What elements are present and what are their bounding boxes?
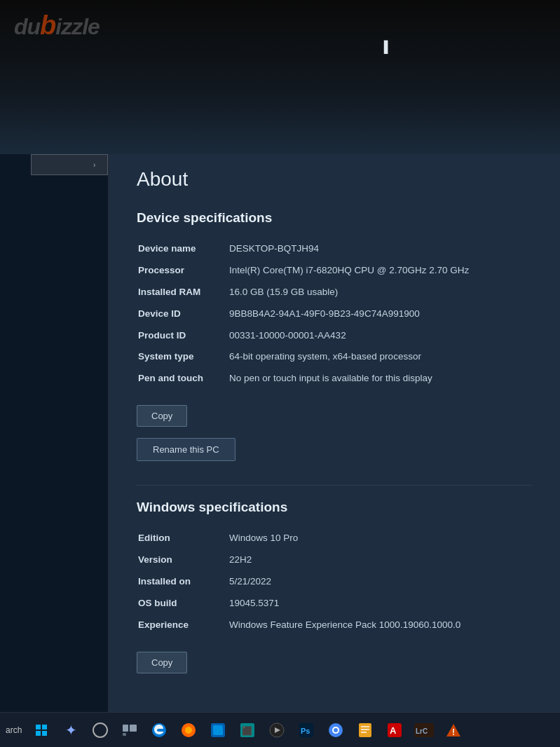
svg-point-16 [334, 728, 338, 732]
windows-copy-button[interactable]: Copy [137, 652, 187, 673]
windows-specs-table: Edition Windows 10 Pro Version 22H2 Inst… [137, 528, 532, 636]
sidebar: › [0, 154, 109, 712]
windows-specs-title: Windows specifications [137, 500, 532, 515]
device-specs-table: Device name DESKTOP-BQTJH94 Processor In… [137, 238, 532, 390]
svg-text:!: ! [452, 727, 455, 737]
spec-value: 64-bit operating system, x64-based proce… [228, 346, 532, 368]
main-content-area: About Device specifications Device name … [109, 154, 560, 712]
svg-rect-0 [123, 725, 128, 732]
watermark-text: dubizzle [14, 14, 100, 39]
windows-spec-row: Experience Windows Feature Experience Pa… [137, 615, 532, 636]
ps-svg: Ps [299, 722, 314, 738]
sidebar-search-input[interactable] [36, 160, 92, 170]
page-title: About [137, 168, 532, 191]
taskbar-blue2-icon[interactable] [205, 718, 231, 743]
svg-rect-19 [361, 729, 369, 730]
spec-value: 5/21/2022 [228, 571, 532, 593]
taskbar-start-button[interactable] [29, 718, 54, 743]
device-copy-button[interactable]: Copy [137, 405, 187, 427]
spec-label: Device ID [137, 303, 228, 325]
spec-value: 19045.5371 [228, 593, 532, 615]
top-bezel: dubizzle [0, 0, 560, 154]
taskview-svg [123, 725, 137, 736]
device-spec-row: Installed RAM 16.0 GB (15.9 GB usable) [137, 282, 532, 303]
spec-value: DESKTOP-BQTJH94 [228, 238, 532, 260]
spec-label: System type [137, 346, 228, 368]
spec-value: Windows 10 Pro [228, 528, 532, 549]
section-divider [137, 485, 532, 486]
device-spec-row: System type 64-bit operating system, x64… [137, 346, 532, 368]
svg-text:LrC: LrC [416, 727, 428, 735]
spec-value: 00331-10000-00001-AA432 [228, 325, 532, 347]
device-spec-row: Device ID 9BB8B4A2-94A1-49F0-9B23-49C74A… [137, 303, 532, 325]
windows-spec-row: OS build 19045.5371 [137, 593, 532, 615]
spec-label: Version [137, 549, 228, 571]
mouse-cursor: ▌ [384, 41, 392, 53]
taskbar-search-text: arch [6, 725, 22, 735]
main-layout: › About Device specifications Device nam… [0, 154, 560, 712]
svg-rect-2 [123, 733, 126, 736]
spec-label: Device name [137, 238, 228, 260]
taskbar-search-label: arch [6, 725, 22, 735]
spec-value: 16.0 GB (15.9 GB usable) [228, 282, 532, 303]
lrc-svg: LrC [414, 722, 435, 738]
taskbar-file-icon[interactable] [353, 718, 378, 743]
taskbar-acrobat-icon[interactable]: A [382, 718, 407, 743]
svg-rect-18 [361, 726, 369, 727]
windows-spec-row: Edition Windows 10 Pro [137, 528, 532, 549]
svg-rect-7 [213, 725, 223, 735]
taskbar: arch ✦ [0, 712, 560, 747]
spec-value: Intel(R) Core(TM) i7-6820HQ CPU @ 2.70GH… [228, 260, 532, 282]
spec-value: Windows Feature Experience Pack 1000.190… [228, 615, 532, 636]
taskbar-play-icon[interactable] [264, 718, 289, 743]
spec-label: Product ID [137, 325, 228, 347]
taskbar-lrc-icon[interactable]: LrC [411, 718, 437, 743]
device-spec-row: Pen and touch No pen or touch input is a… [137, 368, 532, 390]
spec-value: No pen or touch input is available for t… [228, 368, 532, 390]
spec-label: Pen and touch [137, 368, 228, 390]
search-circle [93, 722, 108, 738]
windows-spec-row: Installed on 5/21/2022 [137, 571, 532, 593]
device-specs-title: Device specifications [137, 210, 532, 226]
taskbar-taskview-icon[interactable] [117, 718, 142, 743]
svg-rect-1 [130, 725, 137, 732]
teal-svg: ⬛ [240, 722, 255, 738]
sidebar-search-box[interactable]: › [31, 154, 108, 175]
svg-text:Ps: Ps [301, 727, 310, 735]
chrome-svg [328, 722, 343, 738]
spec-label: OS build [137, 593, 228, 615]
device-spec-row: Processor Intel(R) Core(TM) i7-6820HQ CP… [137, 260, 532, 282]
taskbar-chrome-icon[interactable] [323, 718, 348, 743]
device-spec-row: Device name DESKTOP-BQTJH94 [137, 238, 532, 260]
svg-rect-20 [361, 732, 367, 733]
taskbar-teal-icon[interactable]: ⬛ [235, 718, 260, 743]
taskbar-search-icon[interactable] [88, 718, 113, 743]
warning-svg: ! [446, 722, 461, 738]
acrobat-svg: A [387, 722, 402, 738]
rename-pc-button[interactable]: Rename this PC [137, 438, 235, 461]
svg-text:⬛: ⬛ [242, 725, 252, 736]
file-svg [357, 722, 373, 738]
windows-logo [36, 725, 47, 736]
spec-value: 9BB8B4A2-94A1-49F0-9B23-49C74A991900 [228, 303, 532, 325]
orange-app-svg [181, 722, 196, 738]
svg-text:A: A [390, 725, 397, 736]
sparkle-symbol: ✦ [65, 722, 77, 739]
spec-label: Installed on [137, 571, 228, 593]
play-svg [269, 722, 285, 738]
taskbar-edge-icon[interactable] [146, 718, 172, 743]
spec-label: Experience [137, 615, 228, 636]
spec-label: Installed RAM [137, 282, 228, 303]
taskbar-orange-icon[interactable] [176, 718, 201, 743]
watermark-overlay: dubizzle [14, 11, 100, 41]
spec-value: 22H2 [228, 549, 532, 571]
spec-label: Processor [137, 260, 228, 282]
taskbar-warning-icon[interactable]: ! [441, 718, 466, 743]
taskbar-sparkle-icon[interactable]: ✦ [58, 718, 83, 743]
spec-label: Edition [137, 528, 228, 549]
device-spec-row: Product ID 00331-10000-00001-AA432 [137, 325, 532, 347]
sidebar-search-arrow: › [93, 161, 95, 169]
svg-point-5 [185, 727, 192, 734]
taskbar-ps-icon[interactable]: Ps [294, 718, 319, 743]
windows-spec-row: Version 22H2 [137, 549, 532, 571]
